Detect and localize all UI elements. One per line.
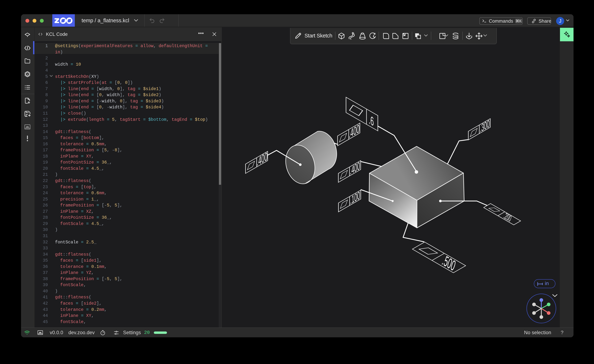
svg-text:.300: .300 [480,118,490,134]
svg-text:.400: .400 [257,150,268,168]
svg-text:.400: .400 [350,159,360,177]
svg-text:.400: .400 [349,122,359,141]
svg-text:.100: .100 [350,189,360,207]
svg-text:x: x [27,72,28,76]
svg-text:.500: .500 [440,252,457,274]
